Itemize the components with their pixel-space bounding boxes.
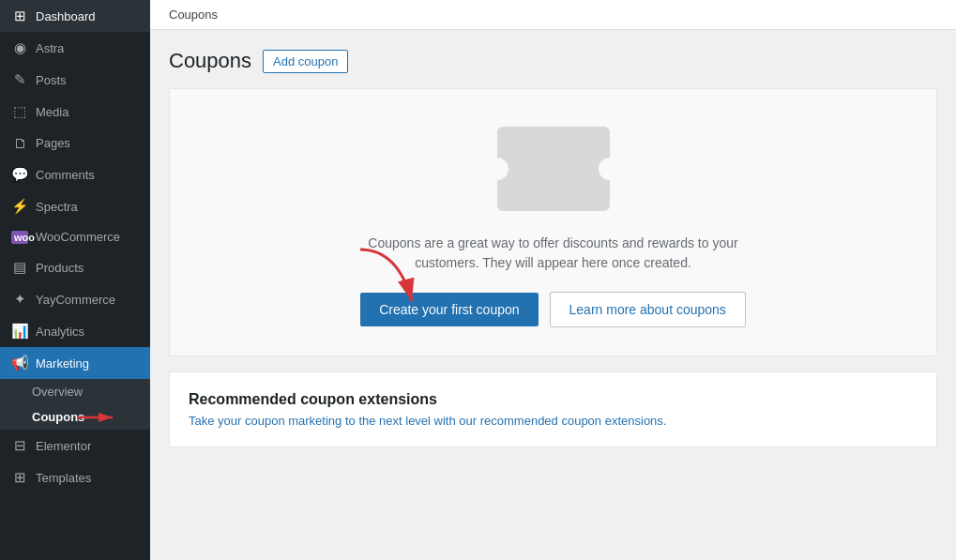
sidebar-item-label: Templates <box>36 471 91 485</box>
pages-icon: 🗋 <box>11 135 28 151</box>
topbar-title: Coupons <box>169 8 218 22</box>
sidebar-item-analytics[interactable]: 📊 Analytics <box>0 315 150 347</box>
sidebar-item-label: Astra <box>36 41 64 55</box>
sidebar-item-label: YayCommerce <box>36 293 115 307</box>
comments-icon: 💬 <box>11 166 28 183</box>
yay-icon: ✦ <box>11 291 28 308</box>
recommended-subtext: Take your coupon marketing to the next l… <box>189 414 918 428</box>
recommended-section: Recommended coupon extensions Take your … <box>169 371 937 447</box>
overview-wrapper: Overview <box>0 379 150 404</box>
media-icon: ⬚ <box>11 103 28 120</box>
sidebar-item-pages[interactable]: 🗋 Pages <box>0 128 150 159</box>
sidebar-item-products[interactable]: ▤ Products <box>0 251 150 283</box>
sidebar-item-woocommerce[interactable]: woo WooCommerce <box>0 222 150 251</box>
empty-state: Coupons are a great way to offer discoun… <box>169 88 937 356</box>
recommended-heading: Recommended coupon extensions <box>189 391 918 408</box>
sidebar-subitem-coupons[interactable]: Coupons <box>0 404 96 430</box>
sidebar-item-templates[interactable]: ⊞ Templates <box>0 462 150 493</box>
sidebar-item-label: Marketing <box>36 356 89 371</box>
sidebar-subitem-overview[interactable]: Overview <box>0 379 94 404</box>
coupons-label: Coupons <box>32 410 84 424</box>
empty-description: Coupons are a great way to offer discoun… <box>338 234 769 273</box>
templates-icon: ⊞ <box>11 469 28 486</box>
main-content: Coupons Coupons Add coupon Coupons are a… <box>150 0 956 560</box>
sidebar-item-label: Products <box>36 261 83 275</box>
astra-icon: ◉ <box>11 39 28 56</box>
create-first-coupon-button[interactable]: Create your first coupon <box>360 293 538 326</box>
topbar: Coupons <box>150 0 956 30</box>
sidebar-item-label: Spectra <box>36 200 78 214</box>
sidebar-item-label: Posts <box>36 73 67 87</box>
sidebar-item-yaycommerce[interactable]: ✦ YayCommerce <box>0 283 150 315</box>
learn-more-button[interactable]: Learn more about coupons <box>550 292 746 327</box>
sidebar-item-posts[interactable]: ✎ Posts <box>0 64 150 96</box>
dashboard-icon: ⊞ <box>11 8 28 24</box>
marketing-submenu: Overview Coupons <box>0 379 150 430</box>
sidebar-item-elementor[interactable]: ⊟ Elementor <box>0 430 150 462</box>
page-header: Coupons Add coupon <box>169 49 937 73</box>
posts-icon: ✎ <box>11 71 28 88</box>
empty-actions: Create your first coupon Learn more abou… <box>360 292 746 327</box>
overview-label: Overview <box>32 385 83 399</box>
woo-icon: woo <box>11 231 28 244</box>
sidebar-item-label: Comments <box>36 168 95 182</box>
sidebar-item-dashboard[interactable]: ⊞ Dashboard <box>0 0 150 32</box>
marketing-icon: 📢 <box>11 355 28 371</box>
sidebar-item-label: Pages <box>36 136 70 150</box>
analytics-icon: 📊 <box>11 323 28 340</box>
add-coupon-button[interactable]: Add coupon <box>263 50 348 73</box>
sidebar-item-label: Analytics <box>36 325 84 339</box>
products-icon: ▤ <box>11 259 28 276</box>
sidebar-item-comments[interactable]: 💬 Comments <box>0 159 150 190</box>
sidebar-item-label: Dashboard <box>36 9 96 23</box>
sidebar-item-spectra[interactable]: ⚡ Spectra <box>0 190 150 222</box>
sidebar-item-label: Elementor <box>36 439 91 453</box>
page-title: Coupons <box>169 49 251 73</box>
spectra-icon: ⚡ <box>11 198 28 215</box>
sidebar-item-label: WooCommerce <box>36 230 120 244</box>
sidebar: ⊞ Dashboard ◉ Astra ✎ Posts ⬚ Media 🗋 Pa… <box>0 0 150 560</box>
sidebar-item-label: Media <box>36 105 68 119</box>
coupons-wrapper: Coupons <box>0 404 150 430</box>
sidebar-item-astra[interactable]: ◉ Astra <box>0 32 150 64</box>
page-content: Coupons Add coupon Coupons are a great w… <box>150 30 956 560</box>
sidebar-item-marketing[interactable]: 📢 Marketing <box>0 347 150 379</box>
elementor-icon: ⊟ <box>11 437 28 454</box>
sidebar-item-media[interactable]: ⬚ Media <box>0 96 150 128</box>
coupon-ticket-icon <box>497 127 610 211</box>
